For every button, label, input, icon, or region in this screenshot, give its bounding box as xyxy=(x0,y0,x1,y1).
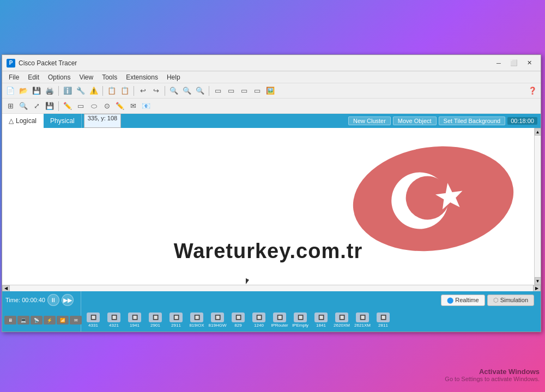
set-background-button[interactable]: Set Tiled Background xyxy=(439,117,506,125)
print-button[interactable]: 🖨️ xyxy=(44,85,56,97)
tab-logical[interactable]: △ Logical xyxy=(2,114,44,128)
device-2620xm[interactable]: 🔲 2620XM xyxy=(332,313,352,328)
simulation-icon: ⬡ xyxy=(493,297,499,304)
device-label-4321: 4321 xyxy=(109,323,119,328)
config-button[interactable]: 🔧 xyxy=(75,85,87,97)
menu-view[interactable]: View xyxy=(75,72,98,82)
cat-enddevices[interactable]: 📶 xyxy=(57,316,69,324)
warning-button[interactable]: ⚠️ xyxy=(88,85,100,97)
connections-icon: ⚡ xyxy=(44,316,56,324)
restore-button[interactable]: ⬜ xyxy=(507,58,521,69)
canvas-area[interactable]: Wareturkey.com.tr xyxy=(2,128,534,285)
device-819hgw[interactable]: 🔲 819HGW xyxy=(208,313,227,328)
copy-button[interactable]: 📋 xyxy=(119,85,131,97)
device-2911[interactable]: 🔲 2911 xyxy=(166,313,186,328)
realtime-button[interactable]: ⬤ Realtime xyxy=(441,295,485,306)
cat-switches[interactable]: 💻 xyxy=(17,316,29,324)
save2-button[interactable]: 💾 xyxy=(44,100,56,112)
rect-button[interactable]: ▭ xyxy=(75,100,87,112)
device-iprouter[interactable]: 🔲 IPRouter xyxy=(270,313,289,328)
cat-routers[interactable]: 🖥 xyxy=(4,316,16,324)
fast-forward-button[interactable]: ▶▶ xyxy=(62,294,74,306)
device-img-4321: 🔲 xyxy=(107,313,120,322)
simulation-button[interactable]: ⬡ Simulation xyxy=(487,295,534,306)
search-button[interactable]: 🔍 xyxy=(17,100,29,112)
clipboard-button[interactable]: 📋 xyxy=(106,85,118,97)
new-button[interactable]: 📄 xyxy=(4,85,16,97)
device-2901[interactable]: 🔲 2901 xyxy=(146,313,165,328)
routers-icon: 🖥 xyxy=(4,316,16,324)
canvas-wrapper: Wareturkey.com.tr ▲ ▼ xyxy=(2,128,541,285)
activate-title: Activate Windows xyxy=(445,367,540,376)
device-4331[interactable]: 🔲 4331 xyxy=(83,313,103,328)
bottom-combined: Time: 00:00:40 ⏸ ▶▶ 🖥 💻 📡 ⚡ xyxy=(2,291,541,332)
menu-tools[interactable]: Tools xyxy=(98,72,122,82)
pause-button[interactable]: ⏸ xyxy=(47,294,59,306)
undo-button[interactable]: ↩ xyxy=(137,85,149,97)
cat-wireless[interactable]: 📡 xyxy=(31,316,43,324)
sep6 xyxy=(58,101,59,111)
redo-button[interactable]: ↪ xyxy=(150,85,162,97)
pencil-button[interactable]: ✏️ xyxy=(62,100,74,112)
menu-extensions[interactable]: Extensions xyxy=(122,72,162,82)
scroll-down-arrow[interactable]: ▼ xyxy=(535,277,541,285)
device-img-2911: 🔲 xyxy=(169,313,183,322)
grid-button[interactable]: ⊞ xyxy=(4,100,16,112)
menu-help[interactable]: Help xyxy=(162,72,185,82)
device-829[interactable]: 🔲 829 xyxy=(228,313,248,328)
device-4321[interactable]: 🔲 4321 xyxy=(104,313,124,328)
device-1841[interactable]: 🔲 1841 xyxy=(311,313,331,328)
new-cluster-button[interactable]: New Cluster xyxy=(348,117,391,125)
device-2811[interactable]: 🔲 2811 xyxy=(373,313,393,328)
mail-button[interactable]: ✉ xyxy=(127,100,139,112)
scroll-right-arrow[interactable]: ▶ xyxy=(533,285,541,292)
view3-button[interactable]: ▭ xyxy=(238,85,250,97)
circle-button[interactable]: ⊙ xyxy=(101,100,113,112)
app-window: P Cisco Packet Tracer ─ ⬜ ✕ File Edit Op… xyxy=(2,54,541,332)
device-ipempty[interactable]: 🔲 IPEmpty xyxy=(290,313,310,328)
sep5 xyxy=(209,86,209,96)
zoom-out-button[interactable]: 🔍 xyxy=(168,85,180,97)
menu-options[interactable]: Options xyxy=(44,72,75,82)
device-1240[interactable]: 🔲 1240 xyxy=(249,313,269,328)
screenshot-button[interactable]: 🖼️ xyxy=(264,85,276,97)
envelope-button[interactable]: 📧 xyxy=(140,100,152,112)
scroll-left-arrow[interactable]: ◀ xyxy=(2,285,10,292)
minimize-button[interactable]: ─ xyxy=(492,58,506,69)
tab-coords: 335, y: 108 xyxy=(84,114,121,128)
menu-edit[interactable]: Edit xyxy=(23,72,44,82)
move-object-button[interactable]: Move Object xyxy=(393,117,437,125)
device-label-2621xm: 2621XM xyxy=(354,323,371,328)
menu-file[interactable]: File xyxy=(4,72,23,82)
scroll-track-horizontal[interactable] xyxy=(10,285,533,291)
device-img-4331: 🔲 xyxy=(87,313,100,322)
open-button[interactable]: 📂 xyxy=(17,85,29,97)
ellipse-button[interactable]: ⬭ xyxy=(88,100,100,112)
cat-wans[interactable]: ✉ xyxy=(70,316,82,324)
scroll-track-vertical[interactable] xyxy=(535,136,541,277)
zoom-fit-button[interactable]: 🔍 xyxy=(181,85,193,97)
device-label-1941: 1941 xyxy=(130,323,140,328)
device-img-1240: 🔲 xyxy=(252,313,265,322)
wans-icon: ✉ xyxy=(70,316,82,324)
tab-logical-label: Logical xyxy=(16,117,37,125)
view4-button[interactable]: ▭ xyxy=(251,85,263,97)
device-img-2901: 🔲 xyxy=(149,313,162,322)
zoom-in-button[interactable]: 🔍 xyxy=(194,85,206,97)
view2-button[interactable]: ▭ xyxy=(225,85,237,97)
toolbar1: 📄 📂 💾 🖨️ ℹ️ 🔧 ⚠️ 📋 📋 ↩ ↪ 🔍 🔍 🔍 ▭ ▭ ▭ ▭ 🖼… xyxy=(2,83,541,99)
tab-physical[interactable]: Physical xyxy=(44,114,82,128)
save-button[interactable]: 💾 xyxy=(31,85,43,97)
close-button[interactable]: ✕ xyxy=(522,58,536,69)
device-819iox[interactable]: 🔲 819IOX xyxy=(187,313,207,328)
cat-connections[interactable]: ⚡ xyxy=(44,316,56,324)
pen-button[interactable]: ✏️ xyxy=(114,100,126,112)
device-1941[interactable]: 🔲 1941 xyxy=(125,313,144,328)
scroll-up-arrow[interactable]: ▲ xyxy=(535,128,541,136)
help-button[interactable]: ❓ xyxy=(526,85,538,97)
device-2621xm[interactable]: 🔲 2621XM xyxy=(353,313,372,328)
info-button[interactable]: ℹ️ xyxy=(62,85,74,97)
flag-watermark xyxy=(349,139,518,259)
view1-button[interactable]: ▭ xyxy=(212,85,224,97)
expand-button[interactable]: ⤢ xyxy=(31,100,43,112)
